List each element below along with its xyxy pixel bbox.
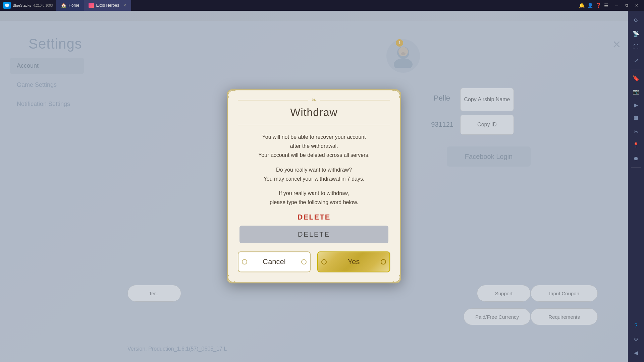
app-name: BlueStacks <box>13 3 31 7</box>
close-tab-icon[interactable]: ✕ <box>123 3 126 8</box>
toolbar-settings-icon[interactable]: ⚙ <box>630 333 642 345</box>
toolbar-video-icon[interactable]: ▶ <box>630 99 642 111</box>
app-version: 4.210.0.1093 <box>33 4 53 7</box>
toolbar-camera-icon[interactable]: 📷 <box>630 85 642 98</box>
yes-label: Yes <box>348 258 360 266</box>
modal-delete-input[interactable] <box>239 226 388 243</box>
bluestacks-icon <box>3 2 11 9</box>
svg-marker-0 <box>5 3 9 7</box>
help-icon[interactable]: ❓ <box>596 3 601 8</box>
titlebar-icons: 🔔 👤 ❓ ☰ <box>576 3 612 8</box>
toolbar-divider-2 <box>631 167 641 168</box>
modal-delete-label: DELETE <box>239 213 388 222</box>
tab-home[interactable]: 🏠 Home <box>56 0 84 11</box>
modal-buttons: Cancel Yes <box>228 252 400 283</box>
modal-title: Withdraw <box>228 104 400 125</box>
titlebar: BlueStacks 4.210.0.1093 🏠 Home Exos Hero… <box>0 0 644 11</box>
tab-game[interactable]: Exos Heroes ✕ <box>84 0 131 11</box>
ornament-line-left <box>238 100 308 100</box>
tab-home-label: Home <box>68 3 79 8</box>
withdraw-modal: ❧ Withdraw You will not be able to recov… <box>227 89 401 283</box>
notification-icon[interactable]: 🔔 <box>579 3 585 8</box>
toolbar-bookmark-icon[interactable]: 🔖 <box>630 72 642 84</box>
modal-text-warning: You will not be able to recover your acc… <box>239 132 388 160</box>
modal-container: ❧ Withdraw You will not be able to recov… <box>227 89 401 283</box>
right-toolbar: ⟳ 📡 ⛶ ⤢ 🔖 📷 ▶ 🖼 ✂ 📍 ⏺ ? ⚙ ◀ <box>628 11 644 362</box>
toolbar-crop-icon[interactable]: ✂ <box>630 126 642 138</box>
toolbar-broadcast-icon[interactable]: 📡 <box>630 27 642 40</box>
toolbar-bottom: ? ⚙ ◀ <box>630 320 642 362</box>
toolbar-expand-icon[interactable]: ⤢ <box>630 54 642 66</box>
game-area: Settings ✕ Account Game Settings Notific… <box>0 11 628 362</box>
modal-body: You will not be able to recover your acc… <box>228 125 400 251</box>
account-icon[interactable]: 👤 <box>587 3 593 8</box>
yes-button-inner: Yes <box>318 252 389 272</box>
ornament-line-right <box>320 100 390 100</box>
menu-icon[interactable]: ☰ <box>604 3 608 8</box>
toolbar-rotate-icon[interactable]: ⟳ <box>630 14 642 26</box>
app-logo: BlueStacks 4.210.0.1093 <box>0 2 56 9</box>
toolbar-macro-icon[interactable]: ⏺ <box>630 153 642 165</box>
yes-button[interactable]: Yes <box>317 252 390 273</box>
tab-game-label: Exos Heroes <box>96 3 119 8</box>
restore-button[interactable]: ⧉ <box>622 1 631 9</box>
modal-text-question: Do you really want to withdraw?You may c… <box>239 165 388 183</box>
ornament-symbol-left: ❧ <box>312 96 317 104</box>
cancel-label: Cancel <box>263 258 285 266</box>
cancel-button[interactable]: Cancel <box>238 252 311 273</box>
toolbar-fullscreen-icon[interactable]: ⛶ <box>630 41 642 53</box>
cancel-button-inner: Cancel <box>238 252 310 272</box>
modal-text-instruction: If you really want to withdraw,please ty… <box>239 189 388 207</box>
toolbar-location-icon[interactable]: 📍 <box>630 139 642 151</box>
toolbar-help-icon[interactable]: ? <box>630 320 642 332</box>
game-icon <box>89 3 94 8</box>
window-controls: ─ ⧉ ✕ <box>612 1 644 9</box>
close-button[interactable]: ✕ <box>632 1 641 9</box>
minimize-button[interactable]: ─ <box>612 1 621 9</box>
modal-ornament-top: ❧ <box>228 90 400 104</box>
toolbar-screenshot-icon[interactable]: 🖼 <box>630 112 642 124</box>
toolbar-divider-1 <box>631 69 641 69</box>
toolbar-back-icon[interactable]: ◀ <box>630 347 642 359</box>
